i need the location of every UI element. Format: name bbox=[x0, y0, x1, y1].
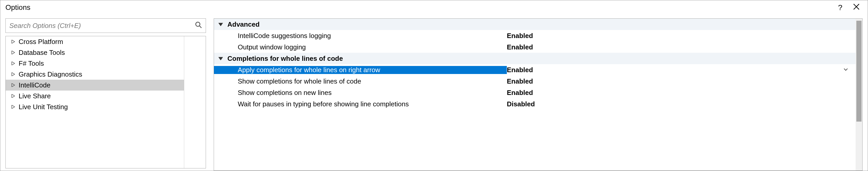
prop-wait-for-pauses[interactable]: Wait for pauses in typing before showing… bbox=[214, 98, 856, 110]
svg-marker-11 bbox=[218, 23, 223, 26]
options-sidebar: Cross Platform Database Tools F# Tools G… bbox=[5, 19, 206, 171]
close-button[interactable] bbox=[850, 3, 863, 12]
search-input[interactable] bbox=[9, 22, 195, 30]
tree-item-label: Database Tools bbox=[19, 48, 65, 57]
tree-item-cross-platform[interactable]: Cross Platform bbox=[6, 36, 184, 47]
expand-expanded-icon bbox=[214, 22, 227, 27]
prop-label: Show completions on new lines bbox=[227, 89, 507, 97]
tree-item-label: IntelliCode bbox=[19, 81, 51, 89]
tree-item-label: Cross Platform bbox=[19, 38, 63, 46]
tree-item-live-share[interactable]: Live Share bbox=[6, 91, 184, 101]
prop-value-dropdown[interactable]: Enabled bbox=[507, 66, 856, 74]
help-button[interactable]: ? bbox=[830, 3, 850, 12]
svg-marker-8 bbox=[12, 83, 14, 87]
category-completions-whole-lines[interactable]: Completions for whole lines of code bbox=[214, 53, 856, 64]
titlebar: Options ? bbox=[0, 0, 868, 15]
prop-apply-completions-right-arrow[interactable]: Apply completions for whole lines on rig… bbox=[214, 64, 856, 75]
category-label: Advanced bbox=[227, 21, 507, 29]
prop-label: Apply completions for whole lines on rig… bbox=[214, 66, 507, 74]
expand-expanded-icon bbox=[214, 56, 227, 61]
scrollbar-vertical[interactable] bbox=[856, 19, 862, 170]
tree-item-graphics-diagnostics[interactable]: Graphics Diagnostics bbox=[6, 69, 184, 80]
svg-marker-10 bbox=[12, 105, 14, 109]
chevron-down-icon[interactable] bbox=[843, 66, 848, 74]
search-icon bbox=[195, 21, 202, 30]
tree-item-intellicode[interactable]: IntelliCode bbox=[6, 80, 184, 91]
tree-item-live-unit-testing[interactable]: Live Unit Testing bbox=[6, 101, 184, 112]
expand-collapsed-icon bbox=[10, 39, 16, 44]
tree-item-fsharp-tools[interactable]: F# Tools bbox=[6, 58, 184, 69]
prop-value[interactable]: Enabled bbox=[507, 77, 856, 86]
prop-label: Show completions for whole lines of code bbox=[227, 77, 507, 86]
svg-marker-7 bbox=[12, 72, 14, 76]
tree-item-label: Live Unit Testing bbox=[19, 103, 68, 111]
svg-marker-9 bbox=[12, 94, 14, 98]
options-tree: Cross Platform Database Tools F# Tools G… bbox=[5, 36, 206, 168]
category-advanced[interactable]: Advanced bbox=[214, 19, 856, 30]
category-label: Completions for whole lines of code bbox=[227, 55, 507, 63]
window-title: Options bbox=[5, 3, 31, 12]
svg-point-2 bbox=[196, 22, 200, 26]
tree-item-label: Graphics Diagnostics bbox=[19, 70, 82, 78]
prop-value[interactable]: Disabled bbox=[507, 100, 856, 108]
property-grid-panel: Advanced IntelliCode suggestions logging… bbox=[214, 19, 863, 171]
search-box[interactable] bbox=[5, 19, 206, 33]
prop-show-completions-whole-lines[interactable]: Show completions for whole lines of code… bbox=[214, 75, 856, 87]
scroll-thumb[interactable] bbox=[856, 21, 862, 122]
expand-collapsed-icon bbox=[10, 71, 16, 77]
expand-collapsed-icon bbox=[10, 61, 16, 66]
expand-collapsed-icon bbox=[10, 93, 16, 99]
prop-output-window-logging[interactable]: Output window logging Enabled bbox=[214, 41, 856, 53]
tree-item-database-tools[interactable]: Database Tools bbox=[6, 47, 184, 58]
close-icon bbox=[853, 3, 860, 10]
prop-value[interactable]: Enabled bbox=[507, 43, 856, 51]
prop-value[interactable]: Enabled bbox=[507, 32, 856, 40]
prop-label: IntelliCode suggestions logging bbox=[227, 32, 507, 40]
prop-show-completions-new-lines[interactable]: Show completions on new lines Enabled bbox=[214, 87, 856, 98]
svg-marker-12 bbox=[218, 57, 223, 61]
prop-value-text: Enabled bbox=[507, 66, 533, 74]
expand-collapsed-icon bbox=[10, 104, 16, 110]
svg-marker-5 bbox=[12, 51, 14, 54]
tree-item-label: Live Share bbox=[19, 92, 51, 100]
expand-collapsed-icon bbox=[10, 50, 16, 55]
svg-marker-4 bbox=[12, 40, 14, 43]
svg-marker-6 bbox=[12, 62, 14, 65]
tree-item-label: F# Tools bbox=[19, 60, 44, 68]
prop-value[interactable]: Enabled bbox=[507, 89, 856, 97]
svg-line-3 bbox=[199, 26, 202, 28]
prop-label: Wait for pauses in typing before showing… bbox=[227, 100, 507, 108]
property-grid: Advanced IntelliCode suggestions logging… bbox=[214, 19, 856, 170]
prop-label: Output window logging bbox=[227, 43, 507, 51]
prop-intellicode-suggestions-logging[interactable]: IntelliCode suggestions logging Enabled bbox=[214, 30, 856, 41]
expand-collapsed-icon bbox=[10, 82, 16, 88]
